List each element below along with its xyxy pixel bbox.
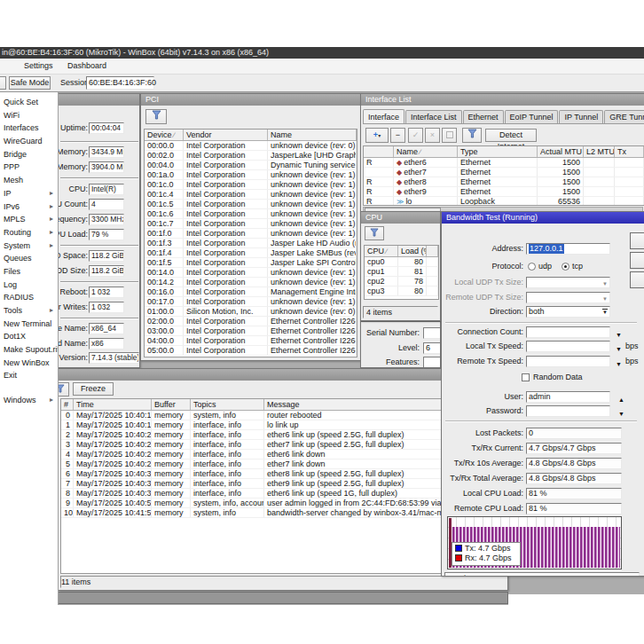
log-row[interactable]: 1May/17/2025 10:40:10memoryinterface, in… — [61, 420, 506, 430]
local_tx-combo[interactable] — [526, 341, 610, 352]
sidebar-item-windows[interactable]: Windows▸ — [0, 394, 58, 407]
sidebar-item-ip[interactable]: IP▸ — [0, 187, 58, 200]
sidebar-item-new-winbox[interactable]: New WinBox — [0, 357, 58, 370]
connection_count-combo[interactable] — [526, 326, 610, 338]
log-row[interactable]: 7May/17/2025 10:40:34memoryinterface, in… — [61, 479, 506, 489]
column-header-device[interactable]: Device∕ — [145, 130, 184, 140]
log-row[interactable]: 2May/17/2025 10:40:26memoryinterface, in… — [61, 430, 506, 440]
sidebar-item-radius[interactable]: RADIUS — [0, 291, 58, 304]
column-header-buffer[interactable]: Buffer — [152, 399, 191, 410]
column-header-time[interactable]: Time — [74, 399, 152, 410]
filter-button[interactable] — [462, 128, 482, 143]
pci-row[interactable]: 00:00.0Intel Corporationunknown device (… — [145, 141, 357, 151]
column-header-actual-mtu[interactable]: Actual MTU — [538, 146, 584, 157]
clipped-toolbar-button[interactable] — [0, 76, 6, 90]
interface-row[interactable]: R◆ether8Ethernet1500 — [364, 177, 644, 187]
log-row[interactable]: 8May/17/2025 10:40:39memoryinterface, in… — [61, 489, 506, 499]
bandwidth-test-titlebar[interactable]: Bandwidth Test (Running) — [442, 212, 644, 224]
interface-row[interactable]: R◆ether9Ethernet1500 — [364, 187, 644, 197]
column-header-flags[interactable] — [364, 146, 394, 157]
user-input[interactable]: admin — [526, 391, 610, 403]
sidebar-item-log[interactable]: Log — [0, 279, 58, 292]
menu-settings[interactable]: Settings — [18, 59, 59, 74]
sidebar-item-ipv6[interactable]: IPv6▸ — [0, 200, 58, 214]
column-header-tx[interactable]: Tx — [615, 146, 644, 157]
pci-row[interactable]: 00:1f.0Intel Corporationunknown device (… — [145, 229, 357, 239]
pci-row[interactable]: 00:02.0Intel CorporationJasperLake [UHD … — [145, 151, 357, 161]
tab-interface-list[interactable]: Interface List — [405, 110, 462, 123]
dropdown-icon[interactable]: ▼ — [618, 408, 624, 420]
tab-eoip-tunnel[interactable]: EoIP Tunnel — [505, 110, 559, 123]
disable-button[interactable]: × — [425, 128, 440, 143]
sidebar-item-ppp[interactable]: PPP — [0, 161, 58, 174]
pci-row[interactable]: 00:1f.3Intel CorporationJasper Lake HD A… — [145, 239, 357, 248]
log-row[interactable]: 9May/17/2025 10:40:59memorysystem, info,… — [61, 499, 506, 508]
freeze-button[interactable]: Freeze — [73, 382, 114, 396]
radio-udp[interactable]: udp — [528, 261, 552, 272]
column-header-load-%[interactable]: Load (%) — [398, 246, 427, 256]
pci-row[interactable]: 02:00.0Intel CorporationEthernet Control… — [145, 317, 357, 326]
interface-row[interactable]: ◆ether7Ethernet1500 — [364, 168, 644, 177]
sidebar-item-make-supout-rif[interactable]: Make Supout.rif — [0, 343, 58, 357]
system-resources-titlebar[interactable] — [59, 94, 139, 106]
tab-gre-tunnel[interactable]: GRE Tunnel — [604, 110, 644, 123]
radio-tcp[interactable]: tcp — [562, 261, 583, 272]
address-input[interactable]: 127.0.0.1 — [526, 243, 610, 255]
safe-mode-button[interactable]: Safe Mode — [9, 76, 51, 90]
pci-row[interactable]: 00:14.2Intel Corporationunknown device (… — [145, 278, 357, 287]
column-header-col[interactable]: # — [61, 399, 74, 410]
column-header-topics[interactable]: Topics — [191, 399, 264, 410]
log-row[interactable]: 3May/17/2025 10:40:26memoryinterface, in… — [61, 440, 506, 450]
pci-row[interactable]: 00:04.0Intel CorporationDynamic Tuning s… — [145, 161, 357, 170]
sidebar-item-routing[interactable]: Routing▸ — [0, 226, 58, 240]
tab-ip-tunnel[interactable]: IP Tunnel — [559, 110, 603, 123]
dropdown-icon[interactable]: ▼ — [616, 358, 622, 370]
comment-button[interactable] — [442, 128, 457, 143]
enable-button[interactable]: ✓ — [408, 128, 423, 143]
pci-row[interactable]: 00:16.0Intel CorporationManagement Engin… — [145, 287, 357, 297]
menu-dashboard[interactable]: Dashboard — [61, 59, 113, 74]
pci-row[interactable]: 00:17.0Intel Corporationunknown device (… — [145, 297, 357, 307]
sidebar-item-system[interactable]: System▸ — [0, 240, 58, 253]
column-header-l2-mtu[interactable]: L2 MTU — [584, 146, 615, 157]
column-header-cpu[interactable]: CPU∕ — [365, 246, 398, 256]
dropdown-icon[interactable]: ▼ — [616, 329, 622, 341]
filter-button[interactable] — [145, 109, 167, 124]
sidebar-item-wifi[interactable]: WiFi — [0, 109, 58, 122]
sidebar-item-mpls[interactable]: MPLS▸ — [0, 213, 58, 226]
log-row[interactable]: 5May/17/2025 10:40:28memoryinterface, in… — [61, 459, 506, 469]
cpu-titlebar[interactable]: CPU — [361, 212, 440, 224]
tab-ethernet[interactable]: Ethernet — [463, 110, 504, 123]
random_data-checkbox[interactable]: Random Data — [522, 372, 583, 383]
pci-row[interactable]: 00:1f.4Intel CorporationJasper Lake SMBu… — [145, 248, 357, 258]
sidebar-item-mesh[interactable]: Mesh — [0, 174, 58, 187]
direction-combo[interactable]: both▼ — [526, 306, 610, 318]
filter-button[interactable] — [59, 382, 69, 397]
cpu-row[interactable]: cpu181 — [365, 267, 438, 277]
sidebar-item-new-terminal[interactable]: New Terminal — [0, 318, 58, 331]
interface-row[interactable]: R◆ether6Ethernet1500 — [364, 158, 644, 168]
remote_tx-combo[interactable] — [526, 356, 610, 367]
pci-row[interactable]: 00:1a.0Intel Corporationunknown device (… — [145, 170, 357, 180]
sidebar-item-interfaces[interactable]: Interfaces — [0, 122, 58, 135]
log-row[interactable]: 0May/17/2025 10:40:10memorysystem, infor… — [61, 411, 506, 420]
sidebar-item-wireguard[interactable]: WireGuard — [0, 135, 58, 148]
pci-row[interactable]: 00:14.0Intel Corporationunknown device (… — [145, 268, 357, 278]
cpu-row[interactable]: cpu080 — [365, 257, 438, 267]
sidebar-item-tools[interactable]: Tools▸ — [0, 304, 58, 318]
password-input[interactable] — [526, 405, 610, 417]
sidebar-item-dot1x[interactable]: Dot1X — [0, 330, 58, 343]
column-header-type[interactable]: Type — [458, 146, 538, 157]
window-titlebar[interactable]: in@60:BE:B4:16:3F:60 (MikroTik) - WinBox… — [0, 47, 644, 59]
interface-list-titlebar[interactable]: Interface List — [361, 94, 644, 106]
pci-row[interactable]: 00:1c.7Intel Corporationunknown device (… — [145, 219, 357, 229]
log-row[interactable]: 10May/17/2025 10:41:55memorysystem, info… — [61, 508, 506, 518]
sidebar-item-exit[interactable]: Exit — [0, 369, 58, 382]
sidebar-item-queues[interactable]: Queues — [0, 252, 58, 265]
pci-row[interactable]: 00:1c.5Intel Corporationunknown device (… — [145, 200, 357, 209]
pci-titlebar[interactable]: PCI — [141, 94, 360, 106]
detect-internet-button[interactable]: Detect Internet — [485, 129, 537, 142]
arrow-up-icon[interactable]: ▲ — [618, 394, 624, 405]
tab-interface[interactable]: Interface — [363, 109, 404, 124]
remove-button[interactable]: − — [390, 128, 405, 143]
